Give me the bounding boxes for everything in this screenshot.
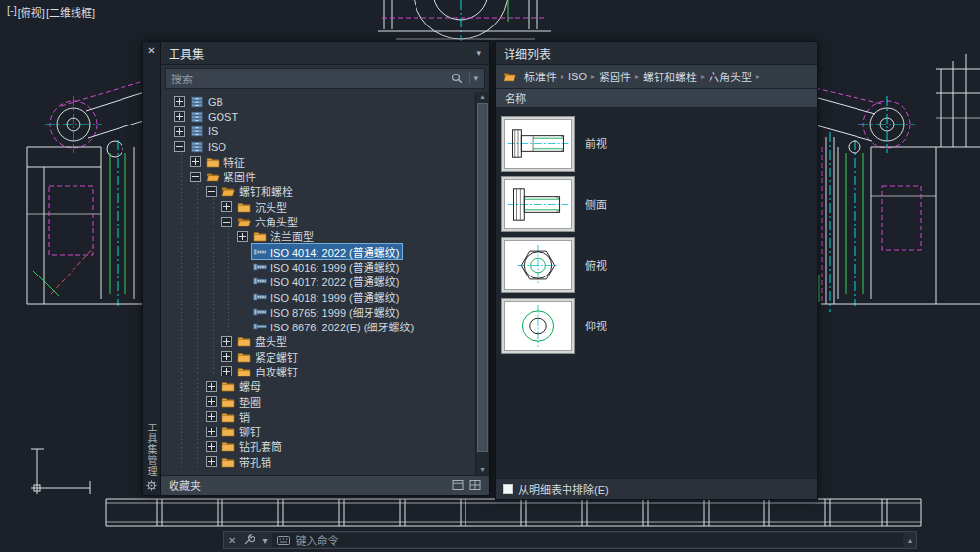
tree-node[interactable]: GB — [189, 94, 226, 109]
tree-item[interactable]: 垫圈 — [174, 394, 475, 409]
tree-item[interactable]: ISO 4014: 2022 (普通螺纹) — [174, 244, 475, 259]
tree-item[interactable]: ISO 4016: 1999 (普通螺纹) — [174, 259, 475, 274]
breadcrumb-item[interactable]: 螺钉和螺栓 — [640, 69, 700, 84]
tree-node[interactable]: 销 — [220, 409, 253, 424]
tree-item[interactable]: 盘头型 — [174, 334, 475, 349]
favorites-bar[interactable]: 收藏夹 — [161, 475, 489, 495]
detail-row[interactable]: 仰视 — [501, 295, 817, 356]
tree-node[interactable]: 紧定螺钉 — [236, 349, 301, 364]
wrench-icon[interactable] — [243, 534, 255, 546]
tree-item[interactable]: 铆钉 — [174, 425, 475, 439]
tree-toggle[interactable] — [237, 231, 248, 242]
detail-row[interactable]: 前视 — [501, 113, 817, 174]
tree-item[interactable]: 带孔销 — [174, 454, 475, 469]
panel-view-icon[interactable] — [452, 479, 464, 491]
tree-toggle[interactable] — [206, 427, 217, 437]
search-icon[interactable] — [451, 73, 463, 84]
scroll-down-icon[interactable]: ▼ — [479, 466, 486, 474]
tree-toggle[interactable] — [221, 217, 232, 227]
tree-item[interactable]: 沉头型 — [174, 199, 475, 214]
exclude-checkbox[interactable] — [503, 484, 513, 494]
search-options-chevron-icon[interactable]: ▾ — [473, 74, 478, 83]
tree-node[interactable]: 紧固件 — [205, 169, 259, 183]
tree-item[interactable]: 法兰面型 — [174, 229, 475, 244]
tree-item[interactable]: ISO 4017: 2022 (普通螺纹) — [174, 275, 475, 289]
gear-icon[interactable] — [146, 480, 157, 491]
tree-node[interactable]: 沉头型 — [236, 199, 290, 214]
tree-node[interactable]: ISO 4018: 1999 (普通螺纹) — [252, 289, 402, 304]
tree-toggle[interactable] — [190, 156, 201, 167]
search-input[interactable]: 搜索 ▾ — [165, 68, 485, 89]
close-icon[interactable]: ✕ — [224, 535, 240, 546]
tree-item[interactable]: 紧固件 — [174, 169, 475, 183]
history-scroll-icon[interactable]: ▴ — [905, 536, 916, 545]
tree-toggle[interactable] — [206, 396, 217, 407]
tree-item[interactable]: 销 — [174, 409, 475, 424]
scrollbar-thumb[interactable] — [477, 103, 488, 452]
view-control-button[interactable]: [俯视] — [18, 4, 45, 20]
tree-node[interactable]: 钻孔套筒 — [220, 439, 285, 454]
viewport-menu-button[interactable]: [-] — [7, 4, 17, 20]
tree-node[interactable]: 盘头型 — [236, 334, 290, 349]
command-input[interactable]: 键入命令 — [272, 533, 903, 547]
breadcrumb-item[interactable]: 紧固件 — [596, 69, 634, 84]
detail-row[interactable]: 侧面 — [501, 174, 817, 234]
tree-item[interactable]: 螺母 — [174, 379, 475, 394]
tree-toggle[interactable] — [174, 111, 185, 122]
tree-node[interactable]: GOST — [189, 109, 241, 124]
tree-item[interactable]: GOST — [174, 109, 475, 124]
tree-toggle[interactable] — [221, 336, 232, 347]
chevron-down-icon[interactable]: ▾ — [258, 535, 270, 546]
tree-node[interactable]: ISO 4014: 2022 (普通螺纹) — [252, 244, 402, 259]
tree-item[interactable]: IS — [174, 125, 475, 139]
tree-toggle[interactable] — [206, 411, 217, 422]
tree-item[interactable]: ISO 8765: 1999 (细牙螺纹) — [174, 304, 475, 319]
detail-row[interactable]: 俯视 — [501, 234, 817, 295]
tree-item[interactable]: 六角头型 — [174, 214, 475, 228]
tree-toggle[interactable] — [174, 96, 185, 107]
name-column-header[interactable]: 名称 — [496, 89, 817, 108]
tree-node[interactable]: ISO 4016: 1999 (普通螺纹) — [252, 259, 402, 274]
tree-toggle[interactable] — [221, 366, 232, 376]
tree-item[interactable]: ISO 4018: 1999 (普通螺纹) — [174, 289, 475, 304]
tree-item[interactable]: 钻孔套筒 — [174, 439, 475, 454]
tree-toggle[interactable] — [174, 126, 185, 137]
tree-node[interactable]: 螺钉和螺栓 — [220, 184, 296, 199]
tree-toggle[interactable] — [206, 381, 217, 392]
tree-node[interactable]: ISO 8765: 1999 (细牙螺纹) — [252, 304, 402, 319]
tree-node[interactable]: 六角头型 — [236, 214, 301, 228]
tree-toggle[interactable] — [221, 351, 232, 362]
tree-item[interactable]: ISO — [174, 139, 475, 154]
tree-toggle[interactable] — [206, 456, 217, 467]
visual-style-button[interactable]: [二维线框] — [46, 4, 95, 20]
tree-node[interactable]: 螺母 — [220, 379, 264, 394]
tree-toggle[interactable] — [206, 441, 217, 452]
close-icon[interactable]: ✕ — [147, 46, 155, 56]
breadcrumb-item[interactable]: ISO — [565, 71, 590, 82]
grid-view-icon[interactable] — [469, 479, 481, 491]
tree-toggle[interactable] — [190, 172, 201, 182]
tree-toggle[interactable] — [174, 141, 185, 152]
tree-node[interactable]: 垫圈 — [220, 394, 264, 409]
tree-item[interactable]: 螺钉和螺栓 — [174, 184, 475, 199]
scroll-up-icon[interactable]: ▲ — [479, 93, 486, 101]
tree-node[interactable]: 带孔销 — [220, 454, 274, 469]
tree-toggle[interactable] — [206, 186, 217, 197]
breadcrumb-item[interactable]: 六角头型 — [706, 69, 755, 84]
tree-item[interactable]: 自攻螺钉 — [174, 364, 475, 378]
tree-node[interactable]: 铆钉 — [220, 425, 264, 439]
tree-node[interactable]: 自攻螺钉 — [236, 364, 301, 378]
tree-item[interactable]: 特征 — [174, 154, 475, 169]
tree-node[interactable]: ISO 4017: 2022 (普通螺纹) — [252, 275, 402, 289]
tree-node[interactable]: 特征 — [205, 154, 248, 169]
tree-scrollbar[interactable]: ▲ ▼ — [475, 92, 489, 475]
tree-item[interactable]: GB — [174, 94, 475, 109]
tree-item[interactable]: ISO 8676: 2022(E) (细牙螺纹) — [174, 319, 475, 333]
tree-node[interactable]: ISO — [189, 139, 229, 154]
tree-toggle[interactable] — [221, 201, 232, 212]
tree-node[interactable]: IS — [189, 125, 220, 139]
tree-node[interactable]: ISO 8676: 2022(E) (细牙螺纹) — [252, 319, 416, 333]
tree-item[interactable]: 紧定螺钉 — [174, 349, 475, 364]
chevron-down-icon[interactable]: ▾ — [476, 48, 481, 58]
tree-node[interactable]: 法兰面型 — [252, 229, 317, 244]
